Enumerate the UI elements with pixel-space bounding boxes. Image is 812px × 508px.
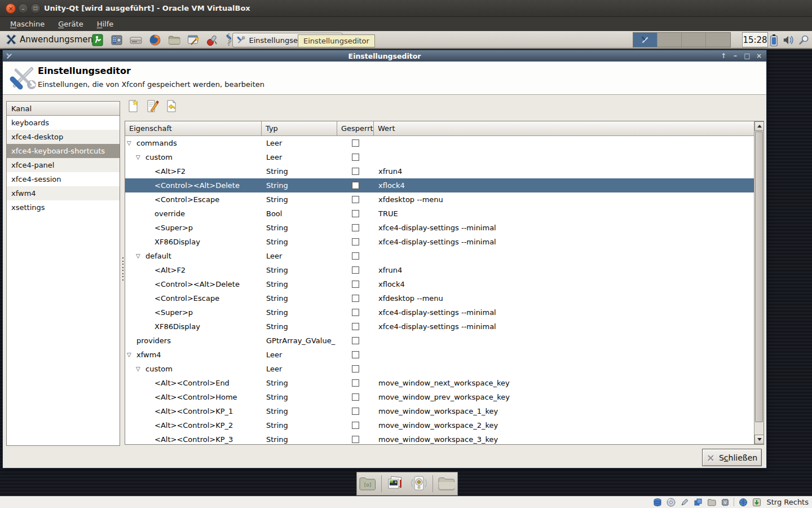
channel-item-xfwm4[interactable]: xfwm4 [7,186,120,200]
table-row[interactable]: commandsLeer [125,136,754,150]
logout-launcher[interactable] [90,33,105,47]
new-property-button[interactable] [125,98,141,114]
scroll-up-button[interactable] [754,121,764,131]
locked-checkbox[interactable] [352,393,359,401]
locked-checkbox[interactable] [352,379,359,387]
workspace-2[interactable] [657,33,682,47]
channel-item-xfce4-panel[interactable]: xfce4-panel [7,158,120,172]
locked-checkbox[interactable] [352,436,359,443]
serial-ports-status-icon[interactable] [679,497,689,507]
locked-checkbox[interactable] [352,281,359,288]
locked-checkbox[interactable] [352,210,359,217]
workspace-1[interactable] [633,33,657,47]
channel-item-xfce4-session[interactable]: xfce4-session [7,172,120,186]
column-header-wert[interactable]: Wert [374,121,764,136]
disk-drive-launcher[interactable] [129,33,143,47]
table-row[interactable]: <Alt><Control>KP_3Stringmove_window_work… [125,432,754,444]
dock-audio-player[interactable] [409,474,429,493]
scroll-down-button[interactable] [754,435,764,444]
maximize-button[interactable]: □ [743,50,751,62]
channel-item-xfce4-desktop[interactable]: xfce4-desktop [7,130,120,144]
magnifier-icon[interactable] [798,34,810,46]
shade-button[interactable]: ↑ [720,50,727,62]
table-row[interactable]: overrideBoolTRUE [125,207,754,221]
dock-camera-folder[interactable]: [o] [358,474,378,493]
table-row[interactable]: providersGPtrArray_GValue_ [125,334,754,348]
locked-checkbox[interactable] [352,365,359,373]
workspace-3[interactable] [682,33,706,47]
shared-folders-status-icon[interactable] [707,497,716,507]
channel-item-xsettings[interactable]: xsettings [7,200,120,214]
locked-checkbox[interactable] [352,309,359,316]
display-status-icon[interactable] [693,497,703,507]
locked-checkbox[interactable] [352,295,359,302]
edit-property-button[interactable] [144,98,160,114]
vbox-titlebar[interactable]: × – □ Unity-Qt [wird ausgeführt] - Oracl… [0,0,812,17]
table-row[interactable]: <Alt><Control>HomeStringmove_window_prev… [125,390,754,404]
table-row[interactable]: <Super>pStringxfce4-display-settings --m… [125,221,754,235]
menu-geraete[interactable]: Geräte [52,19,89,29]
table-row[interactable]: <Alt>F2Stringxfrun4 [125,263,754,277]
locked-checkbox[interactable] [352,323,359,330]
window-menu-icon[interactable] [6,52,13,60]
table-row[interactable]: <Super>pStringxfce4-display-settings --m… [125,305,754,319]
menu-maschine[interactable]: Maschine [5,19,50,29]
column-header-eigenschaft[interactable]: Eigenschaft [125,121,262,136]
expander-icon[interactable] [136,154,145,160]
dock-file-manager[interactable] [436,474,457,493]
dock-image-viewer[interactable] [385,474,405,493]
network-status-icon[interactable] [738,497,748,507]
expander-icon[interactable] [136,253,145,259]
locked-checkbox[interactable] [352,139,359,147]
locked-checkbox[interactable] [352,408,359,415]
table-row[interactable]: <Alt><Control>KP_2Stringmove_window_work… [125,418,754,432]
locked-checkbox[interactable] [352,337,359,344]
editor-titlebar[interactable]: Einstellungseditor ↑ – □ × [3,50,766,62]
locked-checkbox[interactable] [352,422,359,429]
vertical-scrollbar[interactable] [754,121,764,444]
table-row[interactable]: XF86DisplayStringxfce4-display-settings … [125,235,754,249]
expander-icon[interactable] [136,366,145,372]
mouse-integration-status-icon[interactable] [752,497,761,507]
channel-item-xfce4-keyboard-shortcuts[interactable]: xfce4-keyboard-shortcuts [7,144,120,158]
column-header-typ[interactable]: Typ [262,121,337,136]
table-row[interactable]: <Control><Alt>DeleteStringxflock4 [125,277,754,291]
schliessen-button[interactable]: × Schließen [702,449,762,466]
locked-checkbox[interactable] [352,252,359,260]
table-row[interactable]: xfwm4Leer [125,348,754,362]
locked-checkbox[interactable] [352,154,359,161]
media-player-launcher[interactable] [109,33,124,47]
expander-icon[interactable] [127,352,136,358]
optical-disc-status-icon[interactable] [666,497,676,507]
menu-hilfe[interactable]: Hilfe [91,19,120,29]
table-row[interactable]: XF86DisplayStringxfce4-display-settings … [125,319,754,334]
locked-checkbox[interactable] [352,266,359,274]
locked-checkbox[interactable] [352,238,359,246]
table-row[interactable]: <Control>EscapeStringxfdesktop --menu [125,192,754,207]
table-row[interactable]: customLeer [125,150,754,164]
table-row[interactable]: customLeer [125,362,754,376]
host-minimize-button[interactable]: – [18,3,28,14]
volume-icon[interactable] [782,34,795,46]
workspace-4[interactable] [706,33,730,47]
pane-splitter-handle[interactable] [121,256,125,282]
table-row[interactable]: defaultLeer [125,249,754,263]
locked-checkbox[interactable] [352,224,359,231]
scrollbar-thumb[interactable] [755,132,763,422]
expander-icon[interactable] [127,140,136,146]
file-manager-launcher[interactable] [167,33,182,47]
applications-menu-button[interactable]: Anwendungsmenü [2,31,101,48]
channel-item-keyboards[interactable]: keyboards [7,116,120,130]
host-maximize-button[interactable]: □ [30,3,41,14]
minimize-button[interactable]: – [731,50,739,62]
table-row[interactable]: <Control><Alt>DeleteStringxflock4 [125,178,754,192]
locked-checkbox[interactable] [352,168,359,175]
table-row[interactable]: <Control>EscapeStringxfdesktop --menu [125,291,754,305]
channel-column-header[interactable]: Kanal [7,102,120,116]
reset-property-button[interactable] [163,98,179,114]
firefox-launcher[interactable] [148,33,162,47]
column-header-gesperrt[interactable]: Gesperrt [337,121,374,136]
locked-checkbox[interactable] [352,196,359,203]
table-row[interactable]: <Alt><Control>EndStringmove_window_next_… [125,376,754,390]
host-close-button[interactable]: × [6,3,16,14]
